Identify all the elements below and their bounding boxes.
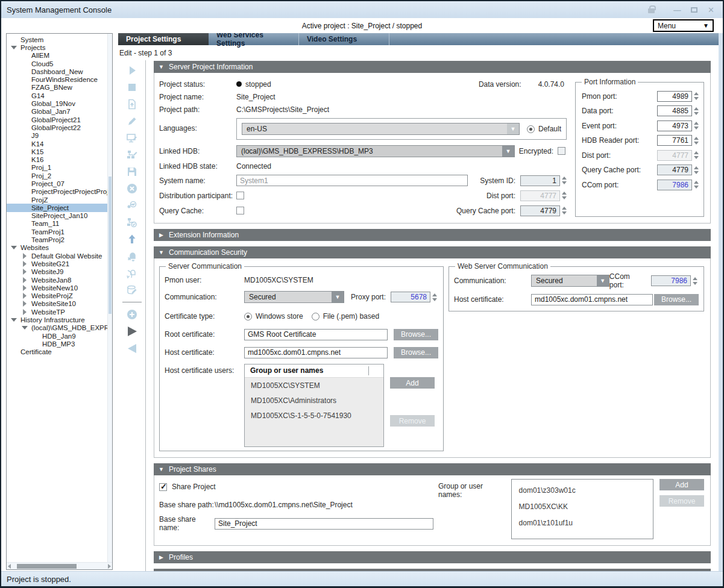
system-name-input[interactable] xyxy=(236,175,468,186)
tree-expander-icon[interactable] xyxy=(21,100,29,107)
chevron-down-icon[interactable]: ▼ xyxy=(597,275,609,286)
tree-item[interactable]: (local)\GMS_HDB_EXPRES xyxy=(7,324,112,332)
tree-item[interactable]: ProjZ xyxy=(7,196,112,204)
port-spinner[interactable]: 7986 xyxy=(657,180,699,190)
edit-distribution-icon[interactable] xyxy=(125,148,139,161)
tree-expander-icon[interactable] xyxy=(10,316,18,324)
query-cache-checkbox[interactable] xyxy=(236,207,244,214)
tree-item[interactable]: G14 xyxy=(7,92,112,99)
tree-expander-icon[interactable] xyxy=(21,156,29,163)
port-spinner[interactable]: 4989 xyxy=(657,91,699,102)
activate-icon[interactable] xyxy=(125,325,139,338)
tree-expander-icon[interactable] xyxy=(21,284,29,292)
tree-expander-icon[interactable] xyxy=(21,220,29,227)
tree-item[interactable]: WebsiteNew10 xyxy=(7,284,112,292)
tree-item[interactable]: Team_11 xyxy=(7,220,112,228)
previous-icon[interactable] xyxy=(125,342,139,355)
query-cache-port-spinner[interactable]: 4779 xyxy=(520,205,567,216)
tree-expander-icon[interactable] xyxy=(21,252,29,260)
base-share-name-input[interactable] xyxy=(215,518,433,530)
tree-expander-icon[interactable] xyxy=(21,180,29,187)
tree-item[interactable]: WebsiteSite10 xyxy=(7,300,112,308)
tree-item[interactable]: FZAG_BNew xyxy=(7,84,112,92)
tree-item[interactable]: GlobalProject21 xyxy=(7,116,112,124)
root-certificate-input[interactable] xyxy=(244,329,388,340)
port-spinner[interactable]: 4885 xyxy=(657,105,699,116)
tree-item[interactable]: WebsiteProjZ xyxy=(7,292,112,300)
tab[interactable]: Project Settings xyxy=(118,33,209,45)
host-certificate-users-list[interactable]: Group or user names MD1005XC\SYSTEM xyxy=(244,364,384,447)
browse-web-host-certificate-button[interactable]: Browse... xyxy=(654,294,699,305)
section-header-project-shares[interactable]: ▼ Project Shares xyxy=(154,463,711,475)
tree-item[interactable]: SiteProject_Jan10 xyxy=(7,212,112,220)
tree-item[interactable]: J9 xyxy=(7,132,112,140)
tree-expander-icon[interactable] xyxy=(21,188,29,195)
tree-item[interactable]: TeamProj2 xyxy=(7,236,112,243)
tree-expander-icon[interactable] xyxy=(10,44,18,51)
share-user-item[interactable]: MD1005XC\KK xyxy=(512,498,653,514)
ccom-port-spinner[interactable]: 7986 xyxy=(651,275,697,286)
tree-item[interactable]: Global_19Nov xyxy=(7,99,112,107)
section-header-server-project-information[interactable]: ▼ Server Project Information xyxy=(154,61,711,73)
tree-item[interactable]: K16 xyxy=(7,155,112,163)
tree-item[interactable]: Default Global Website xyxy=(7,252,112,260)
close-button[interactable]: ✕ xyxy=(708,6,714,14)
tree-item[interactable]: K14 xyxy=(7,140,112,148)
tree-item[interactable]: Site_Project xyxy=(7,204,112,211)
tree-item[interactable]: Dashboard_New xyxy=(7,67,112,75)
tree-expander-icon[interactable] xyxy=(21,84,29,91)
tree-expander-icon[interactable] xyxy=(21,204,29,211)
tree-item[interactable]: TeamProj1 xyxy=(7,228,112,236)
close-project-icon[interactable] xyxy=(125,182,139,195)
tree-item[interactable]: History Infrastructure xyxy=(7,316,112,324)
tree-expander-icon[interactable] xyxy=(21,260,29,267)
distribution-participant-checkbox[interactable] xyxy=(236,192,244,199)
tree-item[interactable]: FourWindsResidence xyxy=(7,75,112,83)
share-user-item[interactable]: dom01\z101uf1u xyxy=(512,514,653,531)
web-communication-combobox[interactable]: Secured ▼ xyxy=(531,275,609,287)
tree-item[interactable]: Proj_1 xyxy=(7,164,112,172)
tree-item[interactable]: ProjectProjectProjectProje xyxy=(7,188,112,196)
tree-expander-icon[interactable] xyxy=(21,308,29,316)
tree-expander-icon[interactable] xyxy=(10,348,18,355)
tree-expander-icon[interactable] xyxy=(21,116,29,124)
share-project-checkbox[interactable] xyxy=(159,483,167,491)
edit-project-display-icon[interactable] xyxy=(125,131,139,145)
linked-hdb-combobox[interactable]: (local)\GMS_HDB_EXPRESS\HDB_MP3 ▼ xyxy=(236,145,515,157)
tree-item[interactable]: AllEM xyxy=(7,52,112,60)
language-combobox[interactable]: en-US ▼ xyxy=(242,123,520,135)
add-share-user-button[interactable]: Add xyxy=(659,479,704,490)
share-users-list[interactable]: dom01\z303w01c MD1005XC\KK dom01\z xyxy=(511,479,653,539)
windows-store-radio[interactable]: Windows store xyxy=(244,312,303,321)
tab[interactable]: Web Services Settings xyxy=(209,33,299,45)
add-user-button[interactable]: Add xyxy=(390,377,435,389)
edit-project-icon[interactable] xyxy=(125,114,139,128)
tree-expander-icon[interactable] xyxy=(21,300,29,307)
upload-project-icon[interactable] xyxy=(125,233,139,246)
tree-expander-icon[interactable] xyxy=(21,324,29,331)
tree-expander-icon[interactable] xyxy=(21,92,29,99)
tree-item[interactable]: GlobalProject22 xyxy=(7,124,112,131)
mute-events-icon[interactable] xyxy=(125,249,139,263)
tree-item[interactable]: WebsiteTP xyxy=(7,308,112,316)
port-spinner[interactable]: 4779 xyxy=(657,164,699,175)
browse-root-certificate-button[interactable]: Browse... xyxy=(394,329,438,340)
tree-expander-icon[interactable] xyxy=(32,340,40,348)
tree-item[interactable]: WebsiteJ9 xyxy=(7,268,112,276)
tree-expander-icon[interactable] xyxy=(21,76,29,83)
remove-share-user-button[interactable]: Remove xyxy=(659,495,704,507)
tree-expander-icon[interactable] xyxy=(21,124,29,131)
stop-project-icon[interactable] xyxy=(125,81,139,94)
section-header-profiles[interactable]: ▶ Profiles xyxy=(154,551,711,563)
tree-expander-icon[interactable] xyxy=(21,140,29,148)
tree-expander-icon[interactable] xyxy=(32,333,40,340)
scroll-left-icon[interactable] xyxy=(8,564,11,569)
browse-host-certificate-button[interactable]: Browse... xyxy=(394,347,438,358)
scrollbar-thumb[interactable] xyxy=(17,564,77,569)
save-project-icon[interactable] xyxy=(125,165,139,178)
tree-item[interactable]: HDB_Jan9 xyxy=(7,332,112,340)
tree-vertical-scrollbar[interactable] xyxy=(107,34,112,562)
port-spinner[interactable]: 4973 xyxy=(657,120,699,131)
chevron-down-icon[interactable]: ▼ xyxy=(507,124,519,134)
tree-expander-icon[interactable] xyxy=(21,68,29,75)
